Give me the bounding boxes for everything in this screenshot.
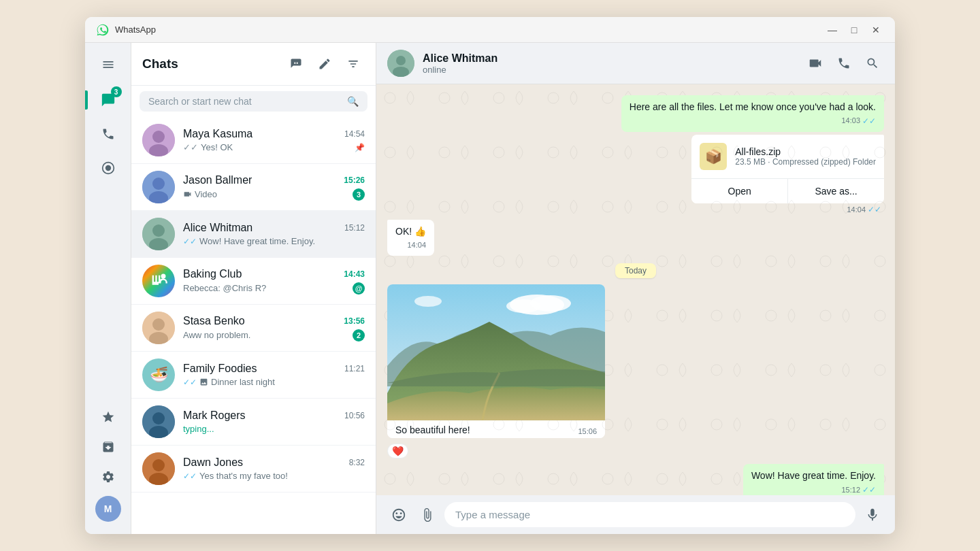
maximize-button[interactable]: □ xyxy=(846,22,862,38)
chat-time-alice: 15:12 xyxy=(344,223,365,233)
nav-calls[interactable] xyxy=(95,120,122,148)
unread-badge-stasa: 2 xyxy=(353,329,365,341)
bubble-text-m1: Here are all the files. Let me know once… xyxy=(630,101,876,114)
chat-info-jason: Jason Ballmer 15:26 Video 3 xyxy=(183,174,365,201)
chat-preview-stasa: Aww no problem. xyxy=(183,330,250,340)
chat-item-jason[interactable]: Jason Ballmer 15:26 Video 3 xyxy=(131,164,376,211)
avatar-baking xyxy=(142,265,175,297)
svg-point-1 xyxy=(105,165,110,171)
chat-info-dawn: Dawn Jones 8:32 ✓✓ Yes that's my fave to… xyxy=(183,456,365,481)
chat-preview-mark: typing... xyxy=(183,424,214,434)
nav-chats[interactable]: 3 xyxy=(95,86,122,114)
nav-settings[interactable] xyxy=(95,463,122,490)
svg-point-6 xyxy=(152,178,165,190)
message-row-m3: OK! 👍 14:04 xyxy=(387,220,884,256)
file-name: All-files.zip xyxy=(735,146,876,157)
nav-status[interactable] xyxy=(95,154,122,182)
bubble-time-m5: 15:12 xyxy=(841,485,860,495)
chat-preview-maya: ✓✓ Yes! OK xyxy=(183,142,233,152)
filter-button[interactable] xyxy=(342,52,365,76)
chat-panel: Alice Whitman online xyxy=(376,43,895,534)
reaction-m4: ❤️ xyxy=(387,444,408,458)
chat-preview-alice: ✓✓ Wow! Have great time. Enjoy. xyxy=(183,236,315,246)
message-row-m2: 📦 All-files.zip 23.5 MB · Compressed (zi… xyxy=(387,135,884,214)
chat-name-jason: Jason Ballmer xyxy=(183,174,252,186)
chat-name-maya: Maya Kasuma xyxy=(183,128,252,140)
new-chat-compose[interactable] xyxy=(313,52,336,76)
chat-name-dawn: Dawn Jones xyxy=(183,456,243,469)
bubble-time-m1: 14:03 xyxy=(841,116,860,126)
svg-point-18 xyxy=(152,459,165,471)
voice-call-button[interactable] xyxy=(832,52,855,75)
chat-item-dawn[interactable]: Dawn Jones 8:32 ✓✓ Yes that's my fave to… xyxy=(131,446,376,492)
message-row-m5: Wow! Have great time. Enjoy. 15:12 ✓✓ xyxy=(387,464,884,495)
chat-item-maya[interactable]: Maya Kasuma 14:54 ✓✓ Yes! OK 📌 xyxy=(131,117,376,164)
chats-badge: 3 xyxy=(111,86,122,97)
mountain-photo xyxy=(387,284,605,420)
message-input[interactable] xyxy=(444,502,855,527)
new-chat-button[interactable] xyxy=(284,52,308,76)
search-icon: 🔍 xyxy=(347,96,359,107)
chat-header: Alice Whitman online xyxy=(376,43,895,84)
chat-preview-baking: Rebecca: @Chris R? xyxy=(183,283,266,293)
search-box: 🔍 xyxy=(131,86,376,117)
open-file-button[interactable]: Open xyxy=(691,179,788,203)
tick-m1: ✓✓ xyxy=(862,116,876,127)
chat-item-baking[interactable]: Baking Club 14:43 Rebecca: @Chris R? @ xyxy=(131,258,376,305)
photo-bubble: So beautiful here! 15:06 xyxy=(387,284,605,438)
chat-header-avatar[interactable] xyxy=(387,50,414,77)
avatar-dawn xyxy=(142,452,175,485)
chat-item-mark[interactable]: Mark Rogers 10:56 typing... xyxy=(131,399,376,446)
chat-time-jason: 15:26 xyxy=(344,176,365,185)
svg-point-3 xyxy=(152,131,165,143)
chat-preview-family: ✓✓ Dinner last night xyxy=(183,377,275,387)
bubble-time-m2: 14:04 xyxy=(847,205,866,214)
nav-archive[interactable] xyxy=(95,433,122,461)
chat-item-family[interactable]: 🍜 Family Foodies 11:21 ✓✓ Dinner last ni… xyxy=(131,352,376,399)
nav-menu[interactable] xyxy=(95,51,122,78)
chat-time-maya: 14:54 xyxy=(344,129,365,139)
chat-time-dawn: 8:32 xyxy=(349,458,365,467)
bubble-text-m5: Wow! Have great time. Enjoy. xyxy=(751,469,876,483)
chat-name-alice: Alice Whitman xyxy=(183,222,252,234)
nav-profile[interactable]: M xyxy=(95,496,121,522)
avatar-mark xyxy=(142,405,175,438)
emoji-button[interactable] xyxy=(387,503,410,527)
messages-area: Here are all the files. Let me know once… xyxy=(376,84,895,495)
chat-item-alice[interactable]: Alice Whitman 15:12 ✓✓ Wow! Have great t… xyxy=(131,211,376,258)
tick-m2: ✓✓ xyxy=(868,205,881,214)
attach-button[interactable] xyxy=(416,503,439,527)
chat-preview-jason: Video xyxy=(183,189,217,199)
svg-point-15 xyxy=(152,412,165,424)
svg-point-12 xyxy=(152,318,165,331)
bubble-m1: Here are all the files. Let me know once… xyxy=(621,95,884,132)
avatar-alice xyxy=(142,218,175,250)
video-call-button[interactable] xyxy=(804,52,827,75)
chat-header-info: Alice Whitman online xyxy=(423,52,804,75)
bubble-time-m4: 15:06 xyxy=(578,427,597,435)
avatar-family: 🍜 xyxy=(142,358,175,391)
chat-name-mark: Mark Rogers xyxy=(183,410,246,422)
bubble-text-m3: OK! 👍 xyxy=(395,225,426,239)
pin-icon-maya: 📌 xyxy=(355,143,365,152)
chat-info-family: Family Foodies 11:21 ✓✓ Dinner last nigh… xyxy=(183,363,365,387)
photo-image xyxy=(387,284,605,420)
chat-item-stasa[interactable]: Stasa Benko 13:56 Aww no problem. 2 xyxy=(131,305,376,352)
minimize-button[interactable]: — xyxy=(824,22,840,38)
chat-name-baking: Baking Club xyxy=(183,268,242,280)
chat-list-panel: Chats 🔍 xyxy=(131,43,376,534)
chat-info-mark: Mark Rogers 10:56 typing... xyxy=(183,410,365,434)
voice-message-button[interactable] xyxy=(861,503,884,527)
chat-time-stasa: 13:56 xyxy=(344,316,365,326)
search-chat-button[interactable] xyxy=(861,52,884,75)
chat-list: Maya Kasuma 14:54 ✓✓ Yes! OK 📌 xyxy=(131,117,376,534)
save-file-button[interactable]: Save as... xyxy=(788,179,884,203)
unread-badge-jason: 3 xyxy=(353,188,365,201)
mention-badge-baking: @ xyxy=(353,282,365,295)
nav-starred[interactable] xyxy=(95,403,122,431)
chat-time-mark: 10:56 xyxy=(344,411,365,420)
search-input[interactable] xyxy=(148,96,347,107)
close-button[interactable]: ✕ xyxy=(868,22,884,38)
whatsapp-logo xyxy=(96,23,110,37)
input-area xyxy=(376,495,895,534)
